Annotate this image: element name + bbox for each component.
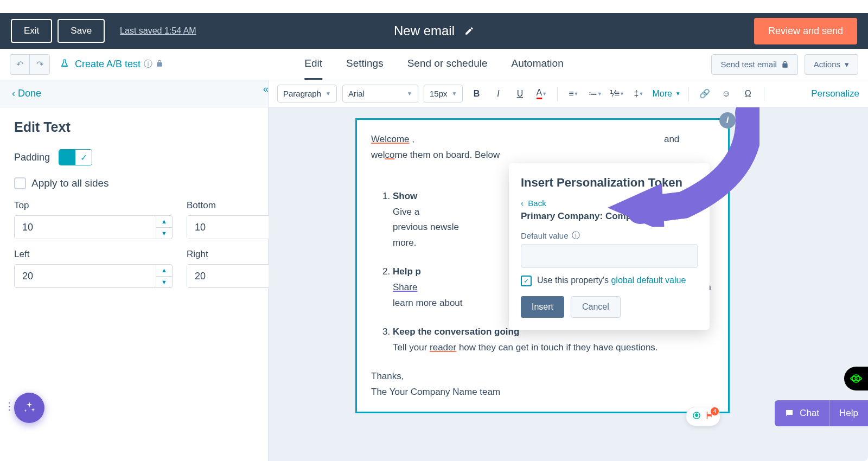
padding-left-stepper[interactable]: ▲▼ xyxy=(14,264,173,288)
align-button[interactable]: ≡ ▼ xyxy=(565,86,582,102)
flask-icon xyxy=(60,59,69,71)
numbered-list-button[interactable]: ⅟≡ ▼ xyxy=(609,86,625,102)
tab-send-or-schedule[interactable]: Send or schedule xyxy=(407,49,488,80)
assistant-fab[interactable] xyxy=(14,393,44,423)
info-icon: ⓘ xyxy=(572,230,580,241)
undo-button[interactable]: ↶ xyxy=(10,55,30,74)
signoff-text: The Your Company Name team xyxy=(371,385,714,400)
actions-dropdown[interactable]: Actions ▾ xyxy=(805,54,858,75)
bold-button[interactable]: B xyxy=(468,86,484,102)
token-property-name: Primary Company: Company name xyxy=(521,211,698,222)
edit-title-icon[interactable] xyxy=(464,26,474,36)
lock-icon xyxy=(156,60,163,69)
flag-count-badge: 4 xyxy=(711,407,719,415)
item1-title: Show xyxy=(393,191,417,201)
default-value-input[interactable] xyxy=(521,244,698,268)
padding-toggle[interactable]: ✓ xyxy=(59,149,92,165)
lightbulb-icon xyxy=(692,411,701,422)
more-formatting-button[interactable]: More▼ xyxy=(652,89,680,99)
padding-left-input[interactable] xyxy=(15,265,156,287)
save-button[interactable]: Save xyxy=(58,19,105,43)
step-up-icon[interactable]: ▲ xyxy=(156,265,172,277)
item2-title: Help p xyxy=(393,266,421,277)
caret-down-icon: ▼ xyxy=(407,91,412,97)
padding-top-stepper[interactable]: ▲▼ xyxy=(14,215,173,239)
step-down-icon[interactable]: ▼ xyxy=(156,277,172,288)
size-select[interactable]: 15px▼ xyxy=(424,85,463,103)
insert-button[interactable]: Insert xyxy=(521,296,564,318)
help-button[interactable]: Help xyxy=(829,400,868,426)
step-down-icon[interactable]: ▼ xyxy=(156,228,172,239)
create-ab-test-link[interactable]: Create A/B test xyxy=(75,59,141,70)
step-up-icon[interactable]: ▲ xyxy=(156,216,172,228)
item3-title: Keep the conversation going xyxy=(393,326,519,337)
share-text: Share xyxy=(393,282,417,292)
padding-top-input[interactable] xyxy=(15,216,156,239)
font-select[interactable]: Arial▼ xyxy=(342,85,418,103)
collapse-sidebar-icon[interactable]: « xyxy=(263,84,269,95)
info-icon: ⓘ xyxy=(144,59,152,70)
chat-help-widget: Chat Help xyxy=(775,400,868,426)
apply-all-sides-checkbox[interactable] xyxy=(14,177,26,189)
special-char-button[interactable]: Ω xyxy=(740,86,756,102)
caret-down-icon: ▾ xyxy=(845,60,849,69)
lock-icon xyxy=(781,61,789,68)
check-icon: ✓ xyxy=(75,150,92,165)
last-saved-text: Last saved 1:54 AM xyxy=(120,26,196,36)
link-button[interactable]: 🔗 xyxy=(697,86,713,102)
chat-icon xyxy=(784,408,794,418)
use-global-default-label: Use this property's global default value xyxy=(537,276,686,285)
svg-point-1 xyxy=(855,377,857,380)
padding-label: Padding xyxy=(14,152,50,163)
underline-button[interactable]: U xyxy=(512,86,528,102)
drag-handle-icon[interactable]: ⋮ xyxy=(4,400,13,412)
done-link[interactable]: ‹ Done xyxy=(12,88,41,99)
global-default-value-link[interactable]: global default value xyxy=(611,276,686,285)
review-and-send-button[interactable]: Review and send xyxy=(754,18,857,44)
popover-title: Insert Personalization Token xyxy=(521,175,698,191)
info-badge-icon[interactable]: i xyxy=(719,112,736,129)
default-value-label: Default value ⓘ xyxy=(521,230,698,241)
tab-edit[interactable]: Edit xyxy=(304,49,322,80)
welcome-text: Welcome xyxy=(371,134,410,144)
left-label: Left xyxy=(14,249,173,260)
line-height-button[interactable]: ‡ ▼ xyxy=(630,86,647,102)
popover-back-link[interactable]: ‹ Back xyxy=(521,199,546,208)
ai-assistant-button[interactable] xyxy=(844,367,868,390)
apply-all-sides-label: Apply to all sides xyxy=(31,177,109,189)
chat-button[interactable]: Chat xyxy=(775,400,829,426)
email-content-block[interactable]: i Welcome , xxxxxxxxxxxxxxxxxxxxxxxxxxxx… xyxy=(355,118,730,413)
personalize-button[interactable]: Personalize xyxy=(811,88,859,99)
tab-automation[interactable]: Automation xyxy=(512,49,564,80)
exit-button[interactable]: Exit xyxy=(11,19,52,43)
send-test-email-button[interactable]: Send test email xyxy=(711,54,797,75)
suggestions-widget[interactable]: 4 xyxy=(686,407,720,426)
secondbar: ↶ ↷ Create A/B test ⓘ Edit Settings Send… xyxy=(0,49,868,80)
bullet-list-button[interactable]: ≔ ▼ xyxy=(587,86,603,102)
top-label: Top xyxy=(14,200,173,211)
paragraph-style-select[interactable]: Paragraph▼ xyxy=(277,85,337,103)
topbar: Exit Save Last saved 1:54 AM New email R… xyxy=(0,13,868,49)
emoji-button[interactable]: ☺ xyxy=(718,86,735,102)
text-color-button[interactable]: A ▼ xyxy=(533,86,550,102)
canvas-area: Paragraph▼ Arial▼ 15px▼ B I U A ▼ ≡ ▼ ≔ … xyxy=(269,80,868,461)
italic-button[interactable]: I xyxy=(490,86,506,102)
flag-icon: 4 xyxy=(705,411,714,422)
cancel-button[interactable]: Cancel xyxy=(571,296,621,318)
use-global-default-checkbox[interactable]: ✓ xyxy=(521,276,532,286)
caret-down-icon: ▼ xyxy=(326,91,331,97)
tab-settings[interactable]: Settings xyxy=(346,49,384,80)
panel-heading: Edit Text xyxy=(14,119,254,135)
thanks-text: Thanks, xyxy=(371,369,714,385)
caret-down-icon: ▼ xyxy=(452,91,457,97)
personalization-token-popover: Insert Personalization Token ‹ Back Prim… xyxy=(509,163,710,330)
page-title: New email xyxy=(394,23,455,39)
redo-button[interactable]: ↷ xyxy=(30,55,49,74)
svg-point-2 xyxy=(852,375,860,382)
format-toolbar: Paragraph▼ Arial▼ 15px▼ B I U A ▼ ≡ ▼ ≔ … xyxy=(269,80,868,107)
